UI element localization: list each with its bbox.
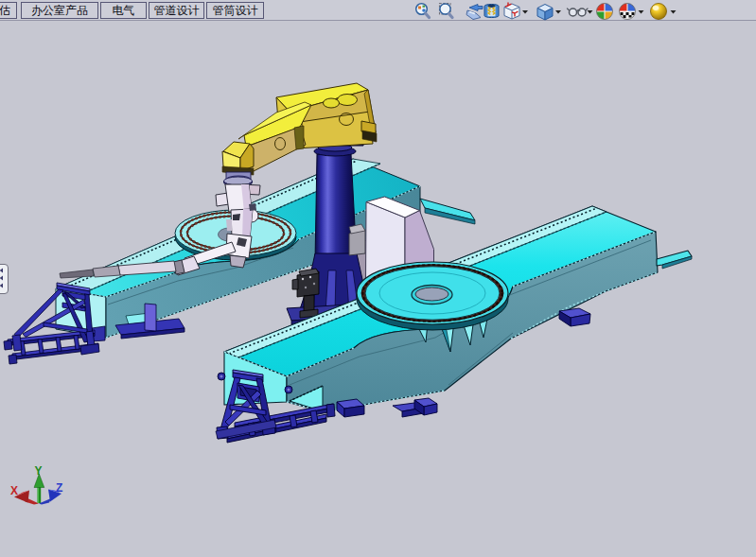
svg-text:Y: Y — [35, 464, 43, 478]
svg-text:Z: Z — [56, 481, 62, 495]
svg-text:X: X — [10, 484, 18, 497]
